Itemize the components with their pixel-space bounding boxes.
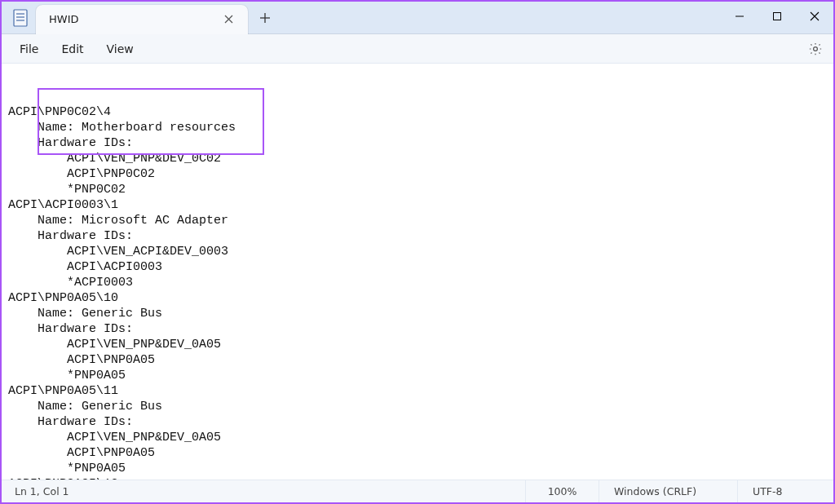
text-line: Hardware IDs: xyxy=(8,135,828,151)
text-line: *ACPI0003 xyxy=(8,275,828,290)
svg-rect-0 xyxy=(14,10,27,26)
text-line: Name: Generic Bus xyxy=(8,306,828,321)
text-line: Name: Microsoft AC Adapter xyxy=(8,213,828,228)
text-line: ACPI\PNP0A05\10 xyxy=(8,290,828,306)
maximize-button[interactable] xyxy=(758,2,796,31)
cursor-position[interactable]: Ln 1, Col 1 xyxy=(15,485,69,497)
text-line: *PNP0A05 xyxy=(8,461,828,476)
text-line: *PNP0A05 xyxy=(8,368,828,383)
text-line: ACPI\PNP0C02 xyxy=(8,166,828,182)
line-ending[interactable]: Windows (CRLF) xyxy=(599,480,737,502)
zoom-level[interactable]: 100% xyxy=(525,480,599,502)
tab-active[interactable]: HWID xyxy=(36,5,248,34)
text-line: Name: Motherboard resources xyxy=(8,120,828,135)
close-button[interactable] xyxy=(796,2,833,31)
new-tab-button[interactable] xyxy=(251,4,279,32)
tab-close-icon[interactable] xyxy=(220,11,236,28)
menu-edit[interactable]: Edit xyxy=(50,38,95,60)
text-line: Hardware IDs: xyxy=(8,321,828,337)
svg-line-10 xyxy=(811,12,819,20)
tab-title: HWID xyxy=(49,13,220,25)
text-line: ACPI\PNP0A05\11 xyxy=(8,383,828,399)
title-bar: HWID xyxy=(2,2,833,34)
text-line: ACPI\ACPI0003\1 xyxy=(8,197,828,213)
text-editor[interactable]: ACPI\PNP0C02\4 Name: Motherboard resourc… xyxy=(2,64,833,480)
window-controls xyxy=(721,2,833,31)
menu-bar: File Edit View xyxy=(2,34,833,64)
settings-button[interactable] xyxy=(804,38,827,60)
svg-rect-9 xyxy=(774,13,781,20)
text-line: ACPI\PNP0C02\4 xyxy=(8,104,828,120)
menu-file[interactable]: File xyxy=(8,38,50,60)
text-line: ACPI\VEN_ACPI&DEV_0003 xyxy=(8,244,828,259)
text-line: ACPI\PNP0A05 xyxy=(8,445,828,461)
encoding[interactable]: UTF-8 xyxy=(737,480,827,502)
svg-line-11 xyxy=(811,12,819,20)
text-line: ACPI\PNP0A05\12 xyxy=(8,476,828,480)
menu-view[interactable]: View xyxy=(95,38,145,60)
svg-point-12 xyxy=(814,46,818,51)
text-line: ACPI\VEN_PNP&DEV_0A05 xyxy=(8,430,828,445)
text-line: Name: Generic Bus xyxy=(8,399,828,414)
minimize-button[interactable] xyxy=(721,2,758,31)
notepad-icon xyxy=(13,9,28,27)
text-line: *PNP0C02 xyxy=(8,182,828,197)
text-line: ACPI\PNP0A05 xyxy=(8,352,828,368)
text-line: Hardware IDs: xyxy=(8,414,828,430)
text-line: ACPI\VEN_PNP&DEV_0C02 xyxy=(8,151,828,166)
text-line: ACPI\VEN_PNP&DEV_0A05 xyxy=(8,337,828,352)
status-bar: Ln 1, Col 1 100% Windows (CRLF) UTF-8 xyxy=(2,480,833,502)
text-line: Hardware IDs: xyxy=(8,228,828,244)
text-line: ACPI\ACPI0003 xyxy=(8,259,828,275)
